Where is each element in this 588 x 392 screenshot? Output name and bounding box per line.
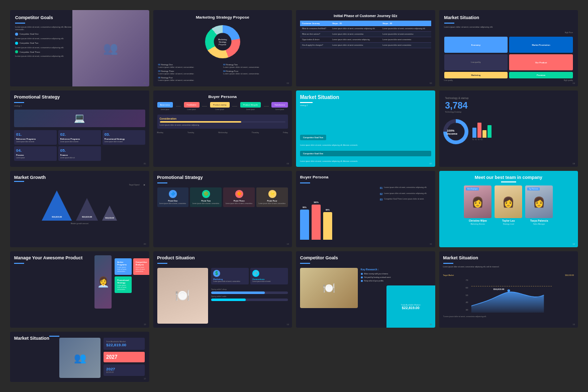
person-photo-2: 👩 xyxy=(495,185,522,218)
ms-comp-label-2: Competitor Goal One xyxy=(300,151,431,156)
ps-bar-2 xyxy=(211,299,288,301)
slide-8-category: Technology & startup xyxy=(445,96,572,100)
quad-our-product: Our Product xyxy=(509,54,573,70)
p4-item-3: 🔶 Point Three Lorem ipsum dolor sit amet… xyxy=(223,187,255,207)
person-photo-3: 👩 Top Performer xyxy=(525,185,553,218)
manage-photo: 👩‍💼 xyxy=(94,255,112,309)
slide-market-situation-photo[interactable]: Market Situation 👥 Total Available Marke… xyxy=(10,332,149,382)
strategy-1: 01 Strategy OneLorem ipsum dolor sit ame… xyxy=(158,63,222,68)
slide-14-page: 14 xyxy=(287,323,289,326)
team-photos: 👩 Best Employee Christine Wijee Marketin… xyxy=(443,185,574,243)
person-name-1: Christine Wijee xyxy=(469,219,487,222)
slide-17-photo: 👥 xyxy=(59,338,101,378)
person-role-3: Sales Manager xyxy=(533,223,545,225)
slide-13-underline xyxy=(14,263,24,264)
ps-bar-section: Spring while I sleep Spring while I wake xyxy=(211,288,288,301)
slide-grid: Competitor Goals Lorem ipsum dolor sit a… xyxy=(0,0,588,392)
manage-cards: Active Programs Lorem ipsum dolor sit am… xyxy=(115,258,145,293)
slide-3-page: 03 xyxy=(430,82,432,84)
strategy-5: 05 Strategy FiveLorem ipsum dolor sit am… xyxy=(158,76,222,81)
promo-item-3: 03. Promotional Strategy Lorem ipsum dol… xyxy=(103,130,145,145)
p4-icon-4: ⭐ xyxy=(268,190,276,198)
slide-meet-team[interactable]: Meet our best team in company 👩 Best Emp… xyxy=(439,171,578,247)
slide-product-situation[interactable]: Product Situation 🍽️ 💲 Marketing Lorem i… xyxy=(153,251,292,328)
p4-icon-3: 🔶 xyxy=(235,190,243,198)
stat-total: Total Available Market $22,819.00 xyxy=(104,338,145,350)
stat-amount: $22,819.00 xyxy=(106,343,142,347)
slide-buyer-persona-1[interactable]: Buyer Persona Awareness Lorem ipsum Find… xyxy=(153,90,292,167)
strategy-4: 04 Strategy FourLorem ipsum dolor sit am… xyxy=(223,70,287,75)
stat-year-2: 2027 $22,819.00 xyxy=(104,364,145,376)
slide-market-stats[interactable]: Technology & startup 3,784 Technology & … xyxy=(439,90,578,167)
ps-stat-1: 💲 Marketing Lorem ipsum dolor sit amet, … xyxy=(211,268,249,284)
team-person-3: 👩 Top Performer Tasya Palencia Sales Man… xyxy=(525,185,553,243)
col-steps2: Steps - 02 xyxy=(380,21,431,26)
svg-text:$16,819.00: $16,819.00 xyxy=(493,288,504,290)
ps-stat-desc-2: Lorem ipsum dolor sit amet. xyxy=(252,280,286,282)
bp-item-1: 01 Lorem ipsum dolor sit amet, consectet… xyxy=(380,186,431,190)
slide-4-page: 04 xyxy=(573,82,575,84)
slide-12-underline xyxy=(501,181,516,182)
slide-competitor-goals-2[interactable]: Competitor Goals 🍽️ Key Research : Make … xyxy=(296,251,435,328)
ps-stat-desc-1: Lorem ipsum dolor sit amet, consectetur. xyxy=(213,280,247,282)
quality-axis: Low quality High quality xyxy=(444,79,573,81)
slide-12-page: 12 xyxy=(573,243,575,245)
triangle-area: $16,819.00 $10,619.00 $10,619.00 xyxy=(14,188,145,221)
col-steps1: Steps - 01 xyxy=(330,21,380,26)
slide-market-situation-cyan[interactable]: Market Situation strategy 1 Competitor G… xyxy=(296,90,435,167)
slide-7-competitors: Competitor Goal Two Lorem ipsum dolor si… xyxy=(300,135,431,163)
slide-manage-product[interactable]: Manage Your Awesome Product 👩‍💼 Active P… xyxy=(10,251,149,328)
growth-footer: Market growth amount xyxy=(14,223,145,225)
slide-5-subtitle: strategy 1 xyxy=(14,105,145,107)
tri-large: $16,819.00 xyxy=(42,190,72,221)
ps-stat-row: 💲 Marketing Lorem ipsum dolor sit amet, … xyxy=(211,268,288,284)
table-row: How & apply the changes? Lorem ipsum dol… xyxy=(300,43,431,48)
market-quadrant: Economy Market Penetration Low quality O… xyxy=(444,37,573,78)
slide-market-growth[interactable]: Market Growth Target Spend ▶ $16,819.00 … xyxy=(10,171,149,247)
slide-15-underline xyxy=(300,263,310,264)
comp-label-2: Competitor Goal Two xyxy=(20,42,39,44)
slide-market-area-chart[interactable]: Market Situation Lorem ipsum dolor sit a… xyxy=(439,251,578,328)
slide-1-desc: Lorem ipsum dolor sit amet, consectetur … xyxy=(15,26,79,31)
slide-17-underline xyxy=(49,336,59,337)
mc-desc-1: Lorem ipsum dolor sit amet, consectetur. xyxy=(117,266,129,272)
quad-premium: Premium xyxy=(509,72,573,78)
slide-marketing-strategy[interactable]: Marketing Strategy Propose MarketingStra… xyxy=(153,10,292,86)
slide-17-stats: Total Available Market $22,819.00 2027 2… xyxy=(104,338,145,378)
p4-icon-1: 🔷 xyxy=(169,190,177,198)
slide-customer-journey[interactable]: Initial Phase of Customer Journey 02z Cu… xyxy=(296,10,435,86)
strategy-items: 01 Strategy OneLorem ipsum dolor sit ame… xyxy=(158,63,287,81)
table-row: What do consumers feel/think? Lorem ipsu… xyxy=(300,26,431,32)
bp-bar-2: 100% xyxy=(312,201,321,240)
slide-buyer-persona-2[interactable]: Buyer Persona 98% 100% 88% xyxy=(296,171,435,247)
bar-3 xyxy=(482,130,486,138)
slide-3-title: Initial Phase of Customer Journey 02z xyxy=(300,14,431,18)
footnote: *Lorem ipsum dolor sit amet, consectetur… xyxy=(443,316,574,318)
cg-key-label: Key Research : xyxy=(361,268,431,271)
cg-cyan-amount: Total Available Market $22,819.00 xyxy=(386,285,435,328)
stage-awareness: Awareness Lorem ipsum xyxy=(157,102,173,111)
slide-1-page: 01 xyxy=(144,82,146,84)
quad-economy: Economy xyxy=(444,37,508,53)
slide-promotional-strategy-2[interactable]: Promotional Strategy 🔷 Point One Lorem i… xyxy=(153,171,292,247)
comp-label-3: Competitor Goal Three xyxy=(20,51,40,53)
cg-item-1: Make money with your dreams xyxy=(361,273,431,275)
slide-15-page: 15 xyxy=(430,323,432,326)
svg-text:50: 50 xyxy=(465,294,468,297)
mini-bars xyxy=(472,123,492,138)
bp-right: 01 Lorem ipsum dolor sit amet, consectet… xyxy=(380,186,431,245)
slide-16-underline xyxy=(443,263,453,264)
p4-item-2: 🟢 Point Two Lorem ipsum dolor sit amet, … xyxy=(190,187,222,207)
slide-promotional-strategy-1[interactable]: Promotional Strategy strategy 1 💻 01. Re… xyxy=(10,90,149,167)
slide-market-situation-1[interactable]: Market Situation Lorem ipsum dolor sit a… xyxy=(439,10,578,86)
connector-4 xyxy=(264,106,269,107)
slide-7-title: Market Situation xyxy=(300,94,431,101)
legend: Target Spend ▶ xyxy=(14,184,145,186)
slide-7-page: 07 xyxy=(430,162,432,165)
bp-item-3: 03 Competitor Goal Three Lorem ipsum dol… xyxy=(380,198,431,202)
svg-text:30: 30 xyxy=(465,309,468,311)
bp-bars: 98% 100% 88% xyxy=(300,186,377,245)
stage-lifecycle: Product lifecycle Lorem ipsum xyxy=(240,102,261,111)
mc-label-1: Active Programs xyxy=(117,261,129,266)
slide-competitor-goals-1[interactable]: Competitor Goals Lorem ipsum dolor sit a… xyxy=(10,10,149,86)
